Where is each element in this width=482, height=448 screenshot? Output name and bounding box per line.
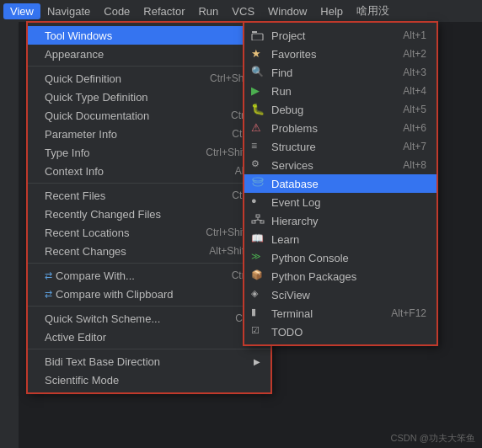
menu-item-quick-type-def[interactable]: Quick Type Definition (28, 88, 270, 106)
sep4 (28, 306, 270, 307)
submenu-item-debug[interactable]: 🐛 Debug Alt+5 (244, 100, 436, 119)
menu-vcs[interactable]: VCS (225, 3, 261, 19)
sep3 (28, 263, 270, 264)
menu-window[interactable]: Window (261, 3, 313, 19)
bidi-arrow: ▶ (254, 357, 260, 366)
hierarchy-icon (251, 214, 266, 227)
menubar: View Navigate Code Refactor Run VCS Wind… (0, 0, 482, 22)
svg-line-7 (254, 220, 258, 221)
svg-line-8 (258, 220, 262, 221)
structure-icon: ≡ (251, 140, 266, 153)
menu-item-compare-with[interactable]: ⇄ Compare With... Ctrl+D (28, 266, 270, 285)
view-dropdown: Tool Windows ▶ Appearance ▶ Quick Defini… (27, 22, 271, 393)
menu-view[interactable]: View (3, 3, 40, 19)
menu-item-compare-clipboard[interactable]: ⇄ Compare with Clipboard (28, 285, 270, 303)
database-icon (251, 177, 266, 190)
menu-item-param-info[interactable]: Parameter Info Ctrl+P (28, 125, 270, 143)
menu-refactor[interactable]: Refactor (137, 3, 191, 19)
submenu-item-services[interactable]: ⚙ Services Alt+8 (244, 156, 436, 174)
svg-rect-1 (252, 34, 263, 40)
learn-icon: 📖 (251, 232, 266, 246)
submenu-item-find[interactable]: 🔍 Find Alt+3 (244, 63, 436, 82)
menu-item-tool-windows[interactable]: Tool Windows ▶ (28, 26, 270, 45)
tool-windows-submenu: Project Alt+1 ★ Favorites Alt+2 🔍 Find A… (244, 22, 437, 345)
menu-item-context-info[interactable]: Context Info Alt+Q (28, 162, 270, 180)
problems-icon: ⚠ (251, 121, 266, 135)
menu-item-type-info[interactable]: Type Info Ctrl+Shift+P (28, 143, 270, 162)
menu-item-recent-locations[interactable]: Recent Locations Ctrl+Shift+E (28, 223, 270, 242)
submenu-item-problems[interactable]: ⚠ Problems Alt+6 (244, 119, 436, 137)
sciview-icon: ◈ (251, 288, 266, 301)
todo-icon: ☑ (251, 325, 266, 339)
find-icon: 🔍 (251, 66, 266, 79)
svg-rect-0 (252, 31, 257, 33)
submenu-item-event-log[interactable]: ● Event Log (244, 193, 436, 211)
menu-item-appearance[interactable]: Appearance ▶ (28, 45, 270, 63)
menu-item-recently-changed[interactable]: Recently Changed Files (28, 205, 270, 223)
event-log-icon: ● (251, 195, 266, 209)
menu-item-quick-def[interactable]: Quick Definition Ctrl+Shift+I (28, 69, 270, 88)
menu-item-recent-files[interactable]: Recent Files Ctrl+E (28, 186, 270, 205)
svg-point-2 (253, 178, 263, 181)
submenu-item-python-packages[interactable]: 📦 Python Packages (244, 267, 436, 285)
menu-chinese[interactable]: 啥用没 (350, 2, 396, 20)
debug-icon: 🐛 (251, 103, 266, 116)
run-icon: ▶ (251, 84, 266, 98)
menu-item-quick-doc[interactable]: Quick Documentation Ctrl+Q (28, 106, 270, 125)
submenu-item-python-console[interactable]: ≫ Python Console (244, 248, 436, 267)
menu-code[interactable]: Code (97, 3, 137, 19)
python-packages-icon: 📦 (251, 269, 266, 283)
menu-item-scientific[interactable]: Scientific Mode (28, 371, 270, 389)
submenu-item-hierarchy[interactable]: Hierarchy (244, 211, 436, 230)
python-console-icon: ≫ (251, 251, 266, 264)
submenu-item-run[interactable]: ▶ Run Alt+4 (244, 82, 436, 100)
menu-navigate[interactable]: Navigate (40, 3, 97, 19)
sep2 (28, 183, 270, 184)
sep1 (28, 66, 270, 67)
submenu-item-learn[interactable]: 📖 Learn (244, 230, 436, 248)
watermark: CSDN @功夫大笨鱼 (391, 432, 475, 445)
menu-item-quick-switch[interactable]: Quick Switch Scheme... Ctrl+` (28, 309, 270, 328)
menu-item-recent-changes[interactable]: Recent Changes Alt+Shift+C (28, 242, 270, 260)
submenu-item-database[interactable]: Database (244, 174, 436, 193)
menu-run[interactable]: Run (191, 3, 225, 19)
svg-rect-5 (260, 221, 264, 223)
services-icon: ⚙ (251, 158, 266, 172)
sep5 (28, 349, 270, 349)
favorites-icon: ★ (251, 47, 266, 61)
submenu-item-favorites[interactable]: ★ Favorites Alt+2 (244, 45, 436, 63)
menu-item-bidi[interactable]: Bidi Text Base Direction ▶ (28, 352, 270, 371)
submenu-item-structure[interactable]: ≡ Structure Alt+7 (244, 137, 436, 156)
sidebar (0, 22, 19, 448)
menu-help[interactable]: Help (313, 3, 350, 19)
submenu-item-terminal[interactable]: ▮ Terminal Alt+F12 (244, 304, 436, 323)
submenu-item-sciview[interactable]: ◈ SciView (244, 285, 436, 304)
svg-rect-3 (256, 215, 260, 217)
project-icon (251, 29, 266, 42)
submenu-item-todo[interactable]: ☑ TODO (244, 323, 436, 341)
terminal-icon: ▮ (251, 307, 266, 320)
svg-rect-4 (252, 221, 255, 223)
submenu-item-project[interactable]: Project Alt+1 (244, 26, 436, 45)
menu-item-active-editor[interactable]: Active Editor ▶ (28, 328, 270, 346)
